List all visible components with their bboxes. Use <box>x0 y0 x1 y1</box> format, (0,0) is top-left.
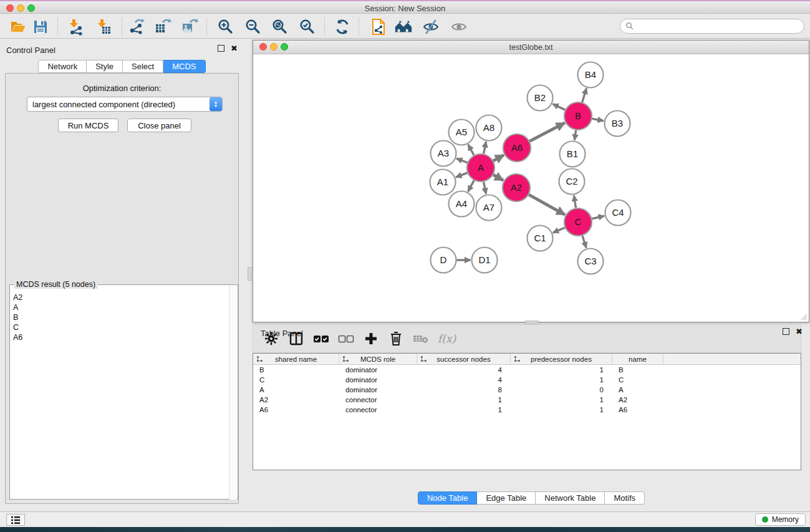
graph-node-A4[interactable]: A4 <box>449 191 475 217</box>
graph-node-B2[interactable]: B2 <box>528 85 553 111</box>
graph-node-A2[interactable]: A2 <box>503 174 530 201</box>
cell-shared-name[interactable]: A2 <box>253 395 339 405</box>
graph-node-C2[interactable]: C2 <box>559 169 585 195</box>
deselect-all-icon[interactable] <box>338 331 354 347</box>
result-item[interactable]: C <box>13 322 229 332</box>
cell-successor-nodes[interactable]: 8 <box>417 385 511 395</box>
table-body[interactable]: Bdominator41BCdominator41CAdominator80AA… <box>253 365 801 415</box>
result-item[interactable]: A6 <box>13 332 229 342</box>
tab-network[interactable]: Network <box>38 60 87 73</box>
tab-style[interactable]: Style <box>87 60 123 73</box>
add-column-icon[interactable] <box>363 331 379 347</box>
open-file-icon[interactable] <box>9 17 27 36</box>
cell-predecessor-nodes[interactable]: 0 <box>511 385 612 395</box>
select-all-icon[interactable] <box>313 331 329 347</box>
float-panel-icon[interactable] <box>218 45 224 52</box>
result-item[interactable]: A <box>13 302 229 312</box>
home-layout-icon[interactable] <box>394 17 413 36</box>
table-row[interactable]: Cdominator41C <box>253 375 801 385</box>
graph-edge-C-C4[interactable] <box>592 216 604 219</box>
search-input[interactable] <box>634 20 804 32</box>
graph-node-A1[interactable]: A1 <box>430 170 456 195</box>
zoom-selected-icon[interactable] <box>298 17 317 36</box>
zoom-in-icon[interactable] <box>216 17 235 36</box>
memory-button[interactable]: Memory <box>755 513 806 526</box>
refresh-layout-icon[interactable] <box>333 17 352 36</box>
float-table-panel-icon[interactable] <box>783 328 789 335</box>
task-history-button[interactable] <box>6 514 25 526</box>
cell-MCDS-role[interactable]: connector <box>339 395 417 405</box>
graph-node-A8[interactable]: A8 <box>476 115 502 141</box>
graph-edge-B-B3[interactable] <box>592 118 604 120</box>
graph-edge-A2-C[interactable] <box>529 195 565 215</box>
graph-node-B4[interactable]: B4 <box>578 62 604 88</box>
result-item[interactable]: A2 <box>13 293 229 302</box>
graph-edge-A-A5[interactable] <box>468 145 474 155</box>
column-header-predecessor-nodes[interactable]: predecessor nodes <box>511 354 612 364</box>
graph-edge-C-C3[interactable] <box>582 236 586 248</box>
tab-mcds[interactable]: MCDS <box>163 60 205 73</box>
graph-edge-A-A7[interactable] <box>484 182 486 194</box>
graph-edge-A-A2[interactable] <box>493 175 503 180</box>
export-table-icon[interactable] <box>153 17 172 36</box>
graph-edge-A-A8[interactable] <box>484 142 486 153</box>
export-network-icon[interactable] <box>127 17 146 36</box>
graph-node-A6[interactable]: A6 <box>503 134 531 162</box>
search-field[interactable] <box>620 19 804 34</box>
graph-edge-A-A6[interactable] <box>493 155 504 161</box>
cell-shared-name[interactable]: B <box>253 365 339 375</box>
graph-node-A3[interactable]: A3 <box>431 141 456 167</box>
graph-node-B3[interactable]: B3 <box>605 111 630 137</box>
export-image-icon[interactable] <box>180 17 199 36</box>
column-header-shared-name[interactable]: shared name <box>253 354 339 364</box>
graph-node-C4[interactable]: C4 <box>605 200 631 226</box>
cell-name[interactable]: A6 <box>612 405 663 415</box>
graph-edge-C-C2[interactable] <box>574 195 576 208</box>
cell-MCDS-role[interactable]: dominator <box>339 375 417 385</box>
delete-icon[interactable] <box>388 331 404 347</box>
cell-shared-name[interactable]: A <box>253 385 339 395</box>
import-network-icon[interactable] <box>66 17 85 36</box>
close-table-panel-icon[interactable]: ✖ <box>796 328 803 335</box>
run-mcds-button[interactable]: Run MCDS <box>58 118 118 132</box>
table-row[interactable]: A2connector11A2 <box>253 395 801 405</box>
tab-edge-table[interactable]: Edge Table <box>477 491 536 505</box>
table-row[interactable]: Bdominator41B <box>253 365 801 375</box>
cell-MCDS-role[interactable]: connector <box>339 405 417 415</box>
graph-edge-B-B2[interactable] <box>552 104 565 110</box>
save-session-icon[interactable] <box>31 17 50 36</box>
tab-network-table[interactable]: Network Table <box>536 491 605 505</box>
graph-node-A[interactable]: A <box>467 154 494 181</box>
tab-motifs[interactable]: Motifs <box>605 491 645 505</box>
tab-select[interactable]: Select <box>123 60 163 73</box>
cell-predecessor-nodes[interactable]: 1 <box>511 395 612 405</box>
cell-predecessor-nodes[interactable]: 1 <box>511 375 612 385</box>
window-resize-grip[interactable] <box>800 313 808 321</box>
cell-name[interactable]: A <box>612 385 663 395</box>
cell-name[interactable]: C <box>612 375 663 385</box>
cell-shared-name[interactable]: A6 <box>253 405 339 415</box>
graph-edge-A-A3[interactable] <box>456 158 468 163</box>
result-item[interactable]: B <box>13 312 229 322</box>
column-header-MCDS-role[interactable]: MCDS role <box>339 354 417 364</box>
table-row[interactable]: Adominator80A <box>253 385 801 395</box>
cell-shared-name[interactable]: C <box>253 375 339 385</box>
graph-node-A5[interactable]: A5 <box>449 120 475 145</box>
hide-details-icon[interactable] <box>422 17 440 36</box>
graph-node-D[interactable]: D <box>431 248 456 273</box>
zoom-fit-icon[interactable] <box>271 17 289 36</box>
mcds-result-list[interactable]: A2ABCA6 <box>10 288 229 498</box>
cell-MCDS-role[interactable]: dominator <box>339 385 417 395</box>
column-header-name[interactable]: name <box>612 354 663 364</box>
graph-edge-A-A4[interactable] <box>468 180 475 191</box>
graph-edge-C-C1[interactable] <box>553 228 565 233</box>
cell-name[interactable]: A2 <box>612 395 663 405</box>
cell-MCDS-role[interactable]: dominator <box>339 365 417 375</box>
graph-node-A7[interactable]: A7 <box>476 195 502 221</box>
network-graph-canvas[interactable]: B4B2BB3A8A5A6A3B1AA1C2A2A4A7C4CC1C3DD1 <box>253 54 809 322</box>
show-details-icon[interactable] <box>450 17 468 36</box>
graph-edge-B-B4[interactable] <box>582 89 587 102</box>
graph-node-C3[interactable]: C3 <box>578 249 604 274</box>
network-window-titlebar[interactable]: testGlobe.txt <box>253 41 809 54</box>
cell-successor-nodes[interactable]: 1 <box>417 405 511 415</box>
